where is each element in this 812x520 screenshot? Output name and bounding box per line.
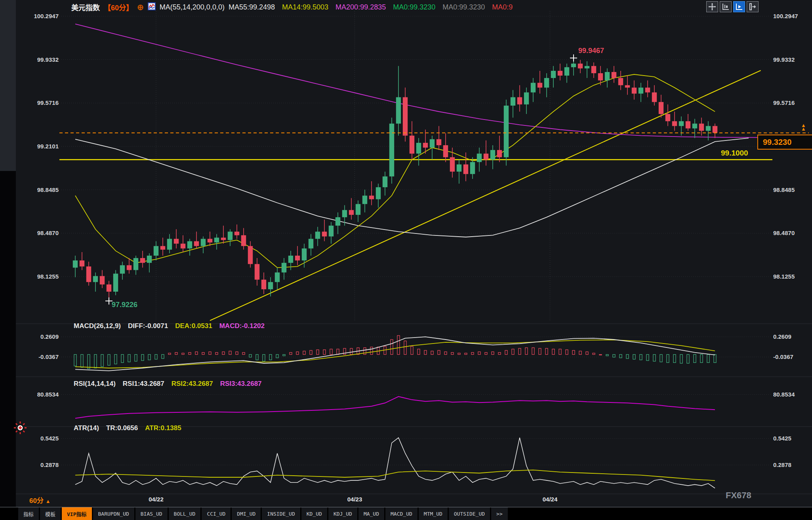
tab-1[interactable]: 模板 [40, 507, 61, 520]
candle-body [73, 260, 78, 268]
macd-bar [667, 355, 669, 363]
candle-body [268, 282, 273, 289]
chart-header: 美元指数 【60分】 ⊕ MA(55,14,200,0,0,0) MA55:99… [71, 2, 513, 12]
chart-canvas[interactable] [0, 0, 812, 520]
candle-body [598, 73, 603, 80]
candle-body [692, 123, 697, 128]
macd-bar [330, 349, 332, 355]
alert-burst-icon[interactable] [13, 421, 27, 436]
candle-body [403, 97, 408, 136]
candle-body [679, 121, 684, 126]
macd-bar [263, 355, 265, 361]
macd-bar [539, 348, 541, 354]
last-price-badge: 99.3230 [757, 135, 812, 150]
add-indicator-icon[interactable]: ⊕ [137, 2, 144, 12]
candle-body [208, 239, 212, 243]
macd-bar [619, 355, 622, 358]
axis-scale-tool-icon[interactable] [720, 1, 732, 12]
ma-value-2: MA200:99.2835 [335, 3, 386, 11]
tab-7[interactable]: DMI_UD [232, 507, 261, 520]
candle-body [672, 121, 677, 126]
tab-0[interactable]: 指标 [18, 507, 39, 520]
candle-body [443, 145, 448, 157]
crosshair-tool-icon[interactable] [706, 1, 718, 12]
candle-body [147, 256, 152, 263]
candle-body [504, 106, 509, 157]
mini-chart-icon[interactable] [148, 2, 156, 12]
macd-bar [417, 349, 420, 355]
candle-body [497, 150, 502, 157]
macd-bar [512, 349, 514, 355]
macd-bar [714, 355, 716, 363]
candle-body [295, 256, 300, 260]
low-price-label: 97.9226 [112, 301, 137, 309]
axis-pan-tool-icon[interactable] [747, 1, 759, 12]
ma14-line [75, 74, 715, 268]
indicator-name: RSI(14,14,14) [74, 380, 116, 387]
candle-body [605, 72, 610, 80]
macd-bar [155, 355, 157, 359]
interval-footer-toggle[interactable]: 60分 ▲ [29, 495, 51, 505]
tab-15[interactable]: >> [491, 507, 508, 520]
ma-value-5: MA0:9 [492, 3, 513, 11]
candle-body [652, 93, 657, 102]
candle-body [457, 164, 461, 171]
trading-terminal: 分时图 K线图 闪电图 合约资料 美元指数 【60分】 ⊕ MA(55, [0, 0, 812, 520]
candle-body [248, 246, 253, 264]
macd-bar [236, 352, 238, 355]
macd-bar [694, 355, 696, 363]
macd-bar [411, 346, 413, 355]
tab-2[interactable]: VIP指标 [62, 507, 91, 520]
candle-body [255, 264, 259, 279]
tab-4[interactable]: BIAS_UD [135, 507, 168, 520]
macd-bar [485, 353, 487, 355]
last-price-arrow-icon: ▲▲ [801, 123, 806, 131]
interval-tag: 【60分】 [104, 2, 133, 12]
macd-bar [471, 353, 474, 355]
tab-3[interactable]: BARUPDN_UD [93, 507, 134, 520]
macd-bar [599, 355, 602, 355]
indicator-value-1: ATR:0.1385 [145, 424, 181, 432]
tab-10[interactable]: KDJ_UD [328, 507, 357, 520]
macd-bar [545, 348, 548, 354]
tab-5[interactable]: BOLL_UD [169, 507, 201, 520]
candle-body [564, 67, 569, 76]
candle-body [544, 78, 549, 87]
macd-bar [350, 348, 353, 354]
macd-bar [148, 355, 151, 360]
indicator-name: MACD(26,12,9) [74, 322, 121, 330]
high-price-label: 99.9467 [578, 47, 604, 55]
macd-bar [626, 355, 629, 359]
candle-body [93, 276, 98, 282]
tab-11[interactable]: MA_UD [358, 507, 384, 520]
tab-9[interactable]: KD_UD [301, 507, 327, 520]
tab-6[interactable]: CCI_UD [202, 507, 231, 520]
macd-bar [269, 355, 272, 360]
axis-play-tool-icon[interactable] [733, 1, 745, 12]
macd-bar [606, 355, 608, 356]
candle-body [362, 195, 367, 204]
rsi-line [75, 397, 715, 418]
candle-body [531, 83, 536, 92]
macd-bar [195, 352, 198, 355]
ma-value-0: MA55:99.2498 [229, 3, 275, 11]
tab-14[interactable]: OUTSIDE_UD [449, 507, 490, 520]
interval-footer-label: 60分 [29, 497, 44, 505]
macd-bar [121, 355, 124, 363]
macd-bar [593, 353, 595, 354]
indicator-tabbar: 指标模板VIP指标BARUPDN_UDBIAS_UDBOLL_UDCCI_UDD… [0, 507, 812, 520]
candle-body [625, 85, 630, 87]
candle-body [187, 241, 192, 249]
candle-body [511, 97, 515, 106]
tab-8[interactable]: INSIDE_UD [262, 507, 300, 520]
candle-body [416, 143, 421, 154]
candle-body [241, 235, 246, 246]
ma-value-3: MA0:99.3230 [393, 3, 435, 11]
macd-bar [458, 353, 460, 354]
chart-type-sidebar [0, 0, 16, 171]
tab-13[interactable]: MTM_UD [419, 507, 448, 520]
macd-bar [296, 352, 299, 355]
tab-12[interactable]: MACD_UD [385, 507, 417, 520]
candle-body [383, 176, 387, 187]
candle-body [645, 87, 650, 92]
